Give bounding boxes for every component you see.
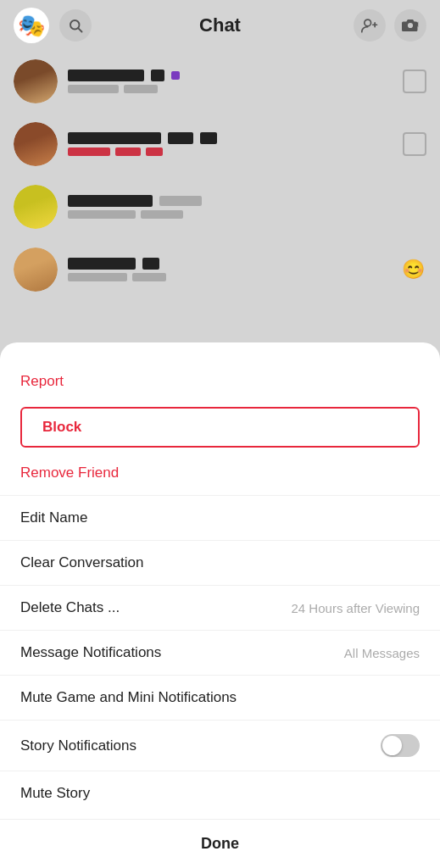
name-block-2: [142, 258, 159, 270]
name-block: [68, 70, 144, 81]
delete-chats-value: 24 Hours after Viewing: [292, 601, 420, 615]
chat-item[interactable]: [7, 114, 433, 175]
emoji-badge: 😊: [402, 259, 425, 281]
header: 🎭 Chat: [0, 0, 440, 51]
chat-item[interactable]: [7, 176, 433, 237]
story-notifications-toggle[interactable]: [381, 734, 420, 757]
avatar: [14, 248, 58, 292]
chat-content: [68, 195, 426, 219]
story-notifications-menu-item[interactable]: Story Notifications: [0, 721, 440, 771]
done-button[interactable]: Done: [0, 819, 440, 868]
sub-block-2: [141, 210, 183, 219]
name-block-light: [159, 196, 202, 206]
header-left: 🎭: [14, 8, 92, 43]
mute-game-menu-item[interactable]: Mute Game and Mini Notifications: [0, 676, 440, 720]
block-menu-item[interactable]: Block: [20, 407, 420, 448]
chat-item[interactable]: [7, 51, 433, 112]
sub-block-colored-3: [146, 147, 163, 156]
block-wrapper: Block: [0, 403, 440, 451]
search-button[interactable]: [59, 9, 92, 42]
avatar-image: [14, 122, 58, 166]
page-title: Chat: [199, 14, 241, 36]
sub-block: [68, 85, 119, 93]
name-row: [68, 195, 426, 207]
name-block-2: [168, 132, 193, 144]
name-block: [68, 258, 136, 270]
chat-content: [68, 132, 393, 156]
name-block: [68, 132, 161, 144]
user-avatar[interactable]: 🎭: [14, 8, 49, 43]
add-friend-button[interactable]: [354, 9, 386, 42]
edit-name-menu-item[interactable]: Edit Name: [0, 496, 440, 540]
camera-button[interactable]: [394, 9, 426, 42]
sub-block: [68, 210, 136, 219]
sub-row: [68, 210, 426, 219]
sub-row: [68, 147, 393, 156]
sub-block-colored-2: [115, 147, 141, 156]
avatar-image: [14, 185, 58, 229]
message-notifications-value: All Messages: [344, 646, 420, 660]
toggle-thumb: [382, 736, 402, 755]
chat-content: [68, 70, 393, 93]
badge: [171, 71, 180, 80]
name-row: [68, 132, 393, 144]
chat-item[interactable]: 😊: [7, 239, 433, 300]
chat-icon: [403, 132, 426, 156]
chat-list: 😊: [0, 51, 440, 300]
avatar-image: [14, 59, 58, 103]
avatar: [14, 59, 58, 103]
chat-content: [68, 258, 426, 281]
svg-line-1: [78, 28, 81, 31]
header-right: [354, 9, 426, 42]
report-menu-item[interactable]: Report: [0, 359, 440, 403]
sub-block-2: [132, 273, 166, 281]
name-block-extra: [151, 70, 164, 81]
sub-row: [68, 85, 393, 93]
sub-block-2: [124, 85, 158, 93]
sub-block: [68, 273, 127, 281]
chat-icon: [403, 70, 426, 93]
remove-friend-menu-item[interactable]: Remove Friend: [0, 451, 440, 495]
block-label: Block: [42, 419, 81, 435]
name-block-3: [200, 132, 217, 144]
avatar: [14, 122, 58, 166]
mute-story-menu-item[interactable]: Mute Story: [0, 771, 440, 815]
avatar-image: [14, 248, 58, 292]
message-notifications-menu-item[interactable]: Message Notifications All Messages: [0, 631, 440, 675]
bottom-sheet: Report Block Remove Friend Edit Name Cle…: [0, 342, 440, 868]
name-row: [68, 258, 426, 270]
avatar: [14, 185, 58, 229]
name-row: [68, 70, 393, 81]
delete-chats-menu-item[interactable]: Delete Chats ... 24 Hours after Viewing: [0, 586, 440, 630]
clear-conversation-menu-item[interactable]: Clear Conversation: [0, 541, 440, 585]
name-block: [68, 195, 153, 207]
sub-block-colored: [68, 147, 110, 156]
sub-row: [68, 273, 426, 281]
